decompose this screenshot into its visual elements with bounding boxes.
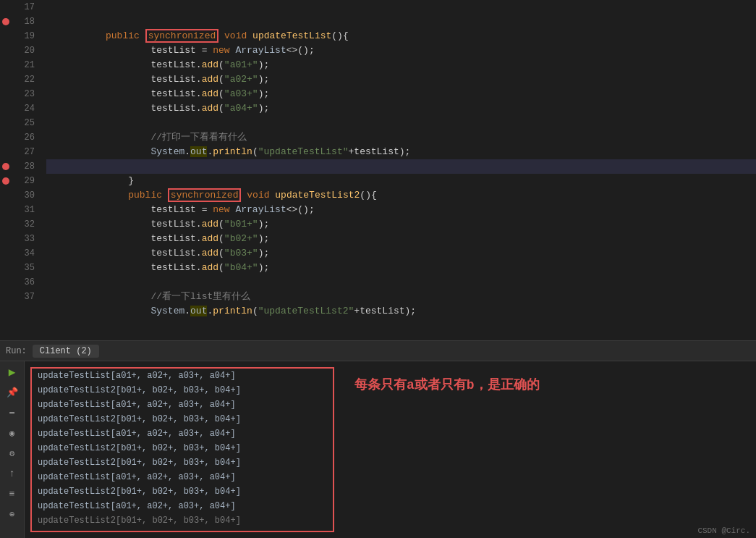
breakpoint-31 xyxy=(0,203,12,217)
line-num-29: 29 xyxy=(12,174,41,188)
list-button[interactable]: ≡ xyxy=(4,486,20,502)
editor-wrapper: 17 18 19 20 21 22 23 24 25 26 27 28 29 3… xyxy=(0,0,756,538)
line-num-23: 23 xyxy=(12,87,41,101)
breakpoint-35 xyxy=(0,261,12,275)
method-name-18: updateTestList xyxy=(252,30,331,41)
console-box: updateTestList[a01+, a02+, a03+, a04+] u… xyxy=(30,367,334,532)
breakpoint-29 xyxy=(0,174,12,188)
annotation-text: 每条只有a或者只有b，是正确的 xyxy=(354,376,540,393)
console-line-5: updateTestList[a01+, a02+, a03+, a04+] xyxy=(32,426,333,441)
run-panel: Run: Client (2) ▶ 📌 ━ ◉ ⚙ ↑ ≡ ⊕ updateTe… xyxy=(0,340,756,538)
console-line-1: updateTestList[a01+, a02+, a03+, a04+] xyxy=(32,369,333,383)
run-tab-client[interactable]: Client (2) xyxy=(33,345,99,358)
breakpoint-28 xyxy=(0,159,12,174)
kw-void-18: void xyxy=(224,30,252,41)
console-line-7: updateTestList2[b01+, b02+, b03+, b04+] xyxy=(32,455,333,470)
breakpoint-34 xyxy=(0,246,12,261)
console-line-4: updateTestList2[b01+, b02+, b03+, b04+] xyxy=(32,412,333,426)
breakpoint-17 xyxy=(0,0,12,14)
search-button[interactable]: ⊕ xyxy=(4,506,20,522)
code-line-18: public synchronized void updateTestList(… xyxy=(46,14,756,29)
bottom-label: CSDN @Circ. xyxy=(697,526,750,535)
annotation-area: 每条只有a或者只有b，是正确的 xyxy=(340,361,756,538)
breakpoint-24 xyxy=(0,101,12,116)
breakpoint-dot-28 xyxy=(2,163,9,170)
line-num-18: 18 xyxy=(12,14,41,29)
breakpoint-36 xyxy=(0,275,12,290)
line-num-19: 19 xyxy=(12,29,41,43)
breakpoint-22 xyxy=(0,72,12,87)
breakpoint-30 xyxy=(0,188,12,203)
line-numbers: 17 18 19 20 21 22 23 24 25 26 27 28 29 3… xyxy=(12,0,46,340)
line-num-25: 25 xyxy=(12,116,41,130)
line-num-36: 36 xyxy=(12,275,41,290)
line-num-21: 21 xyxy=(12,58,41,72)
login-button[interactable]: ↑ xyxy=(4,466,20,482)
breakpoint-26 xyxy=(0,130,12,145)
kw-public-18: public xyxy=(106,30,145,41)
space-18 xyxy=(218,30,224,41)
breakpoint-37 xyxy=(0,290,12,304)
code-line-17 xyxy=(46,0,756,14)
line-num-37: 37 xyxy=(12,290,41,304)
breakpoint-21 xyxy=(0,58,12,72)
breakpoint-19 xyxy=(0,29,12,43)
code-container: 17 18 19 20 21 22 23 24 25 26 27 28 29 3… xyxy=(0,0,756,340)
console-line-9: updateTestList2[b01+, b02+, b03+, b04+] xyxy=(32,484,333,499)
pin-button[interactable]: 📌 xyxy=(4,384,20,400)
breakpoint-27 xyxy=(0,145,12,159)
run-header: Run: Client (2) xyxy=(0,341,756,361)
breakpoint-33 xyxy=(0,232,12,246)
line-num-34: 34 xyxy=(12,246,41,261)
line-num-30: 30 xyxy=(12,188,41,203)
code-lines: public synchronized void updateTestList(… xyxy=(46,0,756,340)
line-num-35: 35 xyxy=(12,261,41,275)
breakpoint-25 xyxy=(0,116,12,130)
line-num-27: 27 xyxy=(12,145,41,159)
breakpoint-23 xyxy=(0,87,12,101)
sidebar-item-1[interactable]: ━ xyxy=(4,405,20,421)
code-line-25: //打印一下看看有什么 xyxy=(46,116,756,130)
console-line-10: updateTestList[a01+, a02+, a03+, a04+] xyxy=(32,499,333,513)
code-line-28: } xyxy=(46,159,756,174)
line-num-28: 28 xyxy=(12,159,41,174)
line-num-26: 26 xyxy=(12,130,41,145)
settings-button[interactable]: ⚙ xyxy=(4,445,20,461)
code-line-29: public synchronized void updateTestList2… xyxy=(46,174,756,188)
breakpoint-32 xyxy=(0,217,12,232)
breakpoint-area xyxy=(0,0,12,340)
run-button[interactable]: ▶ xyxy=(4,364,20,380)
console-line-12: updateTestList[a01+, a02+, a03+, a04+] xyxy=(32,528,333,532)
run-toolbar: ▶ 📌 ━ ◉ ⚙ ↑ ≡ ⊕ xyxy=(0,361,25,538)
line-num-22: 22 xyxy=(12,72,41,87)
line-num-31: 31 xyxy=(12,203,41,217)
editor-area: 17 18 19 20 21 22 23 24 25 26 27 28 29 3… xyxy=(0,0,756,340)
console-line-2: updateTestList2[b01+, b02+, b03+, b04+] xyxy=(32,383,333,398)
line-num-33: 33 xyxy=(12,232,41,246)
camera-button[interactable]: ◉ xyxy=(4,425,20,441)
console-line-3: updateTestList[a01+, a02+, a03+, a04+] xyxy=(32,398,333,412)
breakpoint-20 xyxy=(0,43,12,58)
code-line-36: //看一下list里有什么 xyxy=(46,275,756,290)
console-line-11: updateTestList2[b01+, b02+, b03+, b04+] xyxy=(32,513,333,528)
breakpoint-dot-29 xyxy=(2,177,9,185)
breakpoint-18[interactable] xyxy=(0,14,12,29)
run-label: Run: xyxy=(6,346,27,356)
line-num-32: 32 xyxy=(12,217,41,232)
breakpoint-dot-18 xyxy=(2,18,9,25)
run-body: ▶ 📌 ━ ◉ ⚙ ↑ ≡ ⊕ updateTestList[a01+, a02… xyxy=(0,361,756,538)
line-num-24: 24 xyxy=(12,101,41,116)
line-num-20: 20 xyxy=(12,43,41,58)
console-line-6: updateTestList2[b01+, b02+, b03+, b04+] xyxy=(32,441,333,455)
console-output-area: updateTestList[a01+, a02+, a03+, a04+] u… xyxy=(25,361,756,538)
synchronized-keyword-18: synchronized xyxy=(145,29,219,43)
line-num-17: 17 xyxy=(12,0,41,14)
console-line-8: updateTestList[a01+, a02+, a03+, a04+] xyxy=(32,470,333,484)
